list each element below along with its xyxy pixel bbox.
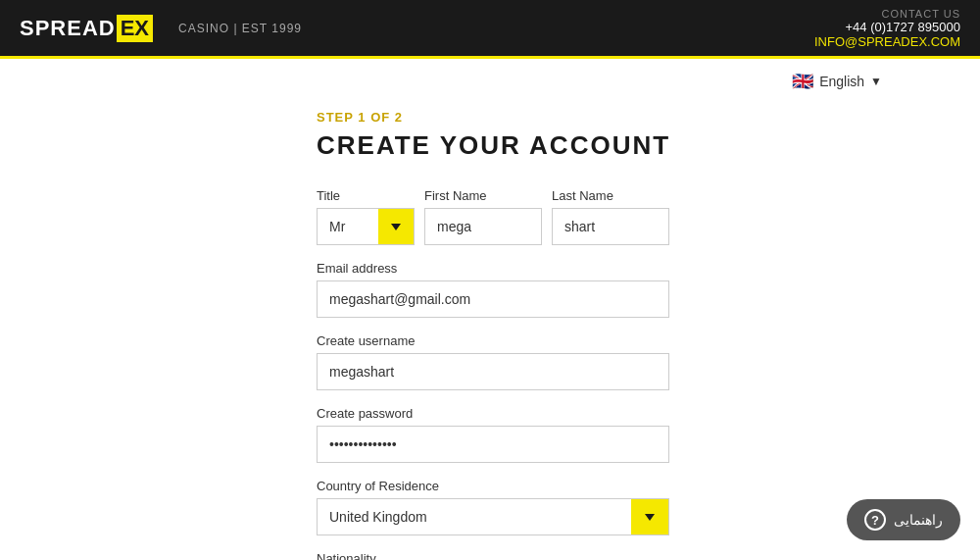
nationality-group: Nationality United Kingdom <box>317 551 669 560</box>
name-row: Title Mr First Name Last Name <box>317 188 669 245</box>
title-value: Mr <box>318 209 378 244</box>
chevron-down-icon <box>391 224 401 230</box>
firstname-group: First Name <box>424 188 542 245</box>
registration-form: Title Mr First Name Last Name <box>317 188 669 560</box>
firstname-label: First Name <box>424 188 542 203</box>
lastname-label: Last Name <box>552 188 669 203</box>
logo-spread: SPREAD <box>20 16 116 41</box>
chevron-down-icon: ▼ <box>870 75 882 88</box>
country-label: Country of Residence <box>317 479 669 493</box>
chevron-down-icon <box>645 514 655 521</box>
language-bar: 🇬🇧 English ▼ <box>0 59 980 90</box>
logo: SPREAD EX <box>20 15 153 42</box>
page-title: CREATE YOUR ACCOUNT <box>317 130 980 161</box>
logo-subtitle: CASINO | EST 1999 <box>178 22 302 35</box>
lastname-input[interactable] <box>552 208 669 245</box>
logo-ex: EX <box>117 15 153 42</box>
username-label: Create username <box>317 333 669 348</box>
help-button[interactable]: راهنمایی ? <box>847 499 960 540</box>
email-input[interactable] <box>317 280 669 318</box>
email-label: Email address <box>317 261 669 276</box>
flag-icon: 🇬🇧 <box>792 73 813 90</box>
password-input[interactable] <box>317 426 669 463</box>
username-input[interactable] <box>317 353 669 390</box>
email-group: Email address <box>317 261 669 318</box>
title-field[interactable]: Mr <box>317 208 415 245</box>
language-selector[interactable]: 🇬🇧 English ▼ <box>792 73 882 90</box>
username-group: Create username <box>317 333 669 390</box>
step-label: STEP 1 OF 2 <box>317 110 980 125</box>
nationality-label: Nationality <box>317 551 669 560</box>
firstname-input[interactable] <box>424 208 542 245</box>
language-label: English <box>819 74 864 89</box>
country-group: Country of Residence United Kingdom <box>317 479 669 535</box>
logo-area: SPREAD EX CASINO | EST 1999 <box>20 15 302 42</box>
help-label: راهنمایی <box>894 512 943 528</box>
title-label: Title <box>317 188 415 203</box>
header: SPREAD EX CASINO | EST 1999 CONTACT US +… <box>0 0 980 59</box>
password-group: Create password <box>317 406 669 463</box>
lastname-group: Last Name <box>552 188 669 245</box>
help-circle-icon: ? <box>864 509 886 531</box>
country-value: United Kingdom <box>318 499 631 535</box>
country-select[interactable]: United Kingdom <box>317 498 669 535</box>
header-contact: CONTACT US +44 (0)1727 895000 INFO@SPREA… <box>814 8 960 49</box>
title-group: Title Mr <box>317 188 415 245</box>
title-dropdown-button[interactable] <box>378 209 414 244</box>
password-label: Create password <box>317 406 669 421</box>
phone-number: +44 (0)1727 895000 <box>814 20 960 34</box>
country-dropdown-button[interactable] <box>631 499 668 535</box>
contact-label: CONTACT US <box>814 8 960 20</box>
email-link[interactable]: INFO@SPREADEX.COM <box>814 34 960 49</box>
main-content: STEP 1 OF 2 CREATE YOUR ACCOUNT Title Mr… <box>0 90 980 560</box>
